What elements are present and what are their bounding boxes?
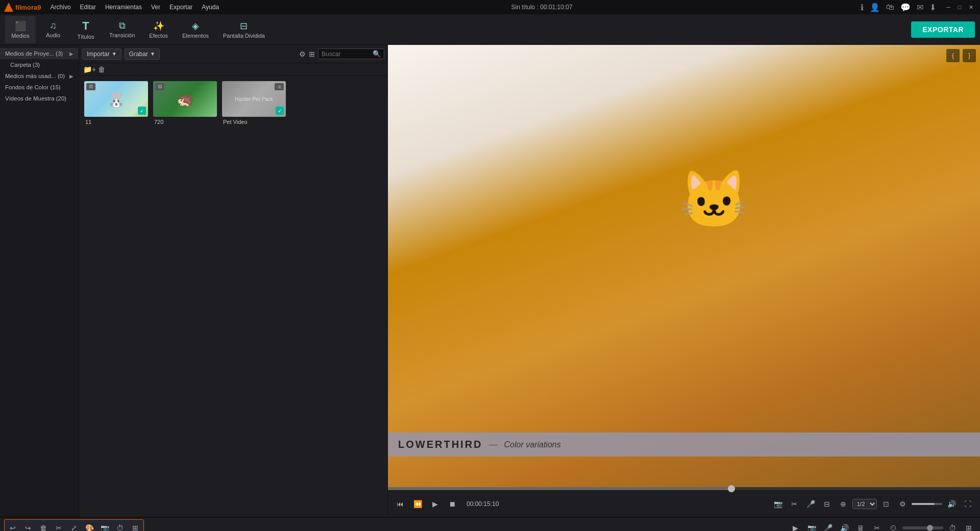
layout-button[interactable]: ⊞ [128, 521, 142, 532]
export-button[interactable]: EXPORTAR [911, 21, 975, 38]
list-item[interactable]: Hipster Pet Pack ⊞ ✓ Pet Video [222, 81, 286, 125]
expand-icon[interactable]: ⊡ [879, 497, 893, 511]
prev-tr-btn1[interactable]: { [946, 49, 960, 62]
toolbar-transition[interactable]: ⧉ Transición [103, 16, 141, 43]
media-type-icon: ⊞ [275, 83, 284, 90]
volume-fill [912, 503, 935, 505]
split-icon: ⊟ [240, 20, 248, 32]
media-grid-toolbar: 📁+ 🗑 [79, 63, 387, 76]
timeline-right-controls: ▶ 📷 🎤 🔊 🖥 ✂ ⏲ ⏱ ⊞ [788, 521, 976, 532]
arrow-icon: ▶ [69, 73, 74, 79]
stop-button[interactable]: ⏹ [445, 497, 459, 511]
zoom-icon[interactable]: ⊕ [836, 497, 850, 511]
preview-controls: ⏮ ⏪ ▶ ⏹ 00:00:15:10 📷 ✂ 🎤 ⊟ ⊕ 1/2 1/4 Fu… [388, 490, 980, 517]
settings-icon[interactable]: ⚙ [895, 497, 910, 511]
search-input[interactable] [322, 50, 373, 58]
volume-icon[interactable]: 🔊 [944, 497, 959, 511]
maximize-button[interactable]: □ [954, 2, 965, 12]
tl-screen-icon[interactable]: 🖥 [853, 521, 868, 532]
media-item-label: Pet Video [222, 119, 286, 125]
filter-icon[interactable]: ⚙ [299, 50, 306, 58]
transition-label: Transición [109, 32, 135, 38]
snapshot-button[interactable]: 📷 [97, 521, 112, 532]
effects-icon: ✨ [153, 20, 164, 32]
toolbar-audio[interactable]: ♫ Audio [38, 16, 68, 43]
duration-button[interactable]: ⏱ [113, 521, 127, 532]
resize-button[interactable]: ⤢ [67, 521, 81, 532]
cat-emoji: 🐱 [679, 167, 749, 233]
menu-bar: filmora9 Archivo Editar Herramientas Ver… [0, 0, 980, 14]
tl-grid-icon[interactable]: ⊞ [962, 521, 976, 532]
toolbar-split[interactable]: ⊟ Pantalla Dividida [217, 16, 271, 43]
tl-mic-icon[interactable]: 🎤 [821, 521, 835, 532]
clip-icon[interactable]: ✂ [787, 497, 801, 511]
toolbar-media[interactable]: ⬛ Medios [5, 16, 36, 43]
media-check-icon: ✓ [138, 107, 146, 115]
list-item[interactable]: 🖼 ✓ 11 [84, 81, 148, 125]
chat-icon[interactable]: 💬 [900, 3, 911, 12]
window-controls: ─ □ ✕ [943, 2, 976, 12]
menu-archivo[interactable]: Archivo [46, 3, 75, 12]
cut-button[interactable]: ✂ [52, 521, 66, 532]
tl-cut2-icon[interactable]: ✂ [870, 521, 884, 532]
menu-editar[interactable]: Editar [76, 3, 100, 12]
menu-ayuda[interactable]: Ayuda [198, 3, 223, 12]
prev-tr-btn2[interactable]: } [963, 49, 976, 62]
app-logo-text: filmora9 [15, 4, 41, 11]
snapshot-icon[interactable]: 📷 [771, 497, 785, 511]
seekbar-thumb[interactable] [728, 485, 735, 492]
tl-camera-icon[interactable]: 📷 [804, 521, 819, 532]
toolbar-titles[interactable]: T Títulos [70, 16, 101, 43]
delete-button[interactable]: 🗑 [36, 521, 51, 532]
media-type-icon: 🖼 [86, 83, 95, 90]
sidebar-item-recent[interactable]: Medios más usad... (0) ▶ [0, 70, 79, 82]
preview-ctrl-right: 📷 ✂ 🎤 ⊟ ⊕ 1/2 1/4 Full ⊡ ⚙ 🔊 ⛶ [771, 497, 975, 511]
step-back-button[interactable]: ⏪ [410, 497, 425, 511]
zoom-slider[interactable] [902, 526, 943, 529]
search-icon[interactable]: 🔍 [373, 50, 381, 58]
tl-play-icon[interactable]: ▶ [788, 521, 802, 532]
mail-icon[interactable]: ✉ [917, 3, 923, 12]
menu-herramientas[interactable]: Herramientas [101, 3, 146, 12]
preview-top-controls: { } [946, 49, 976, 62]
tl-speaker-icon[interactable]: 🔊 [837, 521, 851, 532]
grid-icon[interactable]: ⊞ [309, 50, 315, 58]
info-icon[interactable]: ℹ [861, 3, 864, 12]
menu-ver[interactable]: Ver [147, 3, 164, 12]
user-icon[interactable]: 👤 [870, 3, 880, 12]
media-thumbnail: Hipster Pet Pack ⊞ ✓ [222, 81, 286, 117]
sidebar-item-colors[interactable]: Fondos de Color (15) [0, 82, 79, 93]
sidebar-item-project[interactable]: Medios de Proye... (3) ▶ [0, 48, 79, 59]
close-button[interactable]: ✕ [966, 2, 976, 12]
sidebar-item-folder[interactable]: Carpeta (3) [0, 59, 79, 70]
delete-icon[interactable]: 🗑 [98, 65, 105, 73]
redo-button[interactable]: ↪ [21, 521, 35, 532]
minimize-button[interactable]: ─ [943, 2, 953, 12]
mic-icon[interactable]: 🎤 [803, 497, 818, 511]
media-icon: ⬛ [15, 20, 26, 32]
pip-icon[interactable]: ⊟ [820, 497, 834, 511]
quality-select[interactable]: 1/2 1/4 Full [852, 499, 877, 509]
record-button[interactable]: Grabar ▼ [125, 48, 160, 60]
list-item[interactable]: 🖼 720 [153, 81, 217, 125]
menu-exportar[interactable]: Exportar [165, 3, 197, 12]
add-folder-icon[interactable]: 📁+ [83, 65, 96, 73]
undo-button[interactable]: ↩ [6, 521, 20, 532]
play-button[interactable]: ▶ [428, 497, 442, 511]
download-icon[interactable]: ⬇ [929, 3, 936, 12]
toolbar-effects[interactable]: ✨ Efectos [143, 16, 174, 43]
media-thumbnail: 🖼 ✓ [84, 81, 148, 117]
tl-clock2-icon[interactable]: ⏱ [945, 521, 960, 532]
rewind-button[interactable]: ⏮ [393, 497, 407, 511]
preview-seekbar[interactable] [388, 487, 980, 490]
import-button[interactable]: Importar ▼ [82, 48, 121, 60]
tl-clock-icon[interactable]: ⏲ [886, 521, 900, 532]
lt-subtitle: Color variations [504, 440, 561, 449]
volume-slider[interactable] [912, 503, 942, 505]
color-button[interactable]: 🎨 [82, 521, 96, 532]
shop-icon[interactable]: 🛍 [886, 3, 894, 12]
sidebar-item-samples[interactable]: Vídeos de Muestra (20) [0, 93, 79, 104]
toolbar-elements[interactable]: ◈ Elementos [176, 16, 215, 43]
fullscreen-icon[interactable]: ⛶ [961, 497, 975, 511]
seekbar-fill [388, 487, 731, 490]
